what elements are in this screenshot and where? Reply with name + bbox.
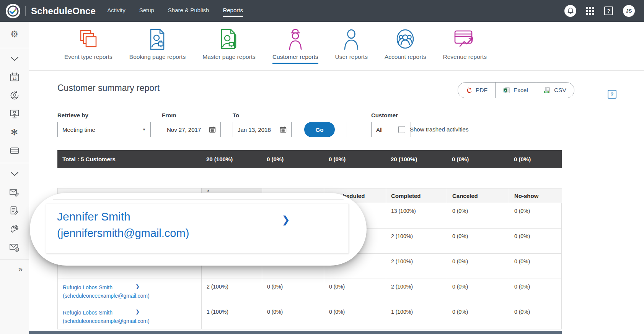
export-pdf-button[interactable]: PDF <box>458 83 495 98</box>
retrieve-by-select[interactable]: Meeting time ▼ <box>57 122 151 137</box>
dropdown-caret-icon: ▼ <box>142 128 146 131</box>
brand-name: ScheduleOnce <box>31 6 96 16</box>
user-avatar[interactable]: JS <box>623 5 635 17</box>
sidebar-section-toggle-bottom[interactable] <box>0 165 29 183</box>
grid-dot <box>592 7 594 9</box>
customer-filter-label: Customer <box>371 112 398 118</box>
to-date-input[interactable]: Jan 13, 2018 <box>233 122 292 137</box>
retrieve-by-value: Meeting time <box>62 126 95 133</box>
notifications-button[interactable] <box>564 5 576 17</box>
main-content: Event type reports Booking page reports <box>29 22 644 334</box>
sidebar-item-booking-pages[interactable] <box>0 105 29 123</box>
tab-label: Event type reports <box>64 54 112 64</box>
calendar-picker-icon <box>209 126 216 133</box>
chevron-right-icon: ❯ <box>135 309 140 315</box>
tab-label: Booking page reports <box>129 54 186 64</box>
tab-user-reports[interactable]: User reports <box>335 27 368 64</box>
calendar-icon: 12 <box>10 72 20 82</box>
tab-label: Customer reports <box>272 54 318 64</box>
cell-completed: 1 (100%) <box>386 304 447 329</box>
svg-text:@: @ <box>16 248 19 251</box>
scheduleonce-app: ScheduleOnce Activity Setup Share & Publ… <box>0 0 644 334</box>
master-page-reports-icon <box>219 27 239 50</box>
nav-item-activity[interactable]: Activity <box>107 7 126 17</box>
from-label: From <box>162 112 176 118</box>
nav-item-setup[interactable]: Setup <box>139 7 154 17</box>
magnified-customer-email: (jennifersmith@gmail.com) <box>57 226 349 240</box>
column-header-no-show[interactable]: No-show <box>509 188 562 203</box>
tab-account-reports[interactable]: Account reports <box>385 27 426 64</box>
page-title: Customer summary report <box>57 83 160 93</box>
grid-dot <box>592 10 594 12</box>
export-csv-label: CSV <box>554 87 566 94</box>
tab-customer-reports[interactable]: Customer reports <box>272 27 318 64</box>
totals-all-activities: 20 (100%) <box>201 156 262 162</box>
email-compose-icon <box>9 187 20 197</box>
pdf-icon <box>466 87 472 94</box>
magnified-customer-link[interactable]: Jennifer Smith (jennifersmith@gmail.com)… <box>46 204 349 253</box>
magnified-row-border <box>53 199 344 200</box>
cell-all-activities: 2 (100%) <box>202 279 262 304</box>
sidebar-section-toggle-top[interactable] <box>0 50 29 68</box>
horizontal-scrollbar[interactable] <box>29 331 562 334</box>
app-grid-button[interactable] <box>586 7 594 15</box>
excel-icon: X <box>503 87 510 94</box>
column-header-canceled[interactable]: Canceled <box>447 188 509 203</box>
totals-label: Total : 5 Customers <box>57 156 201 162</box>
csv-icon: CSV <box>544 87 551 94</box>
double-chevron-right-icon: » <box>18 265 23 274</box>
totals-rescheduled: 0 (0%) <box>324 156 386 162</box>
sidebar-item-themes[interactable] <box>0 220 29 238</box>
billing-card-icon <box>10 146 20 156</box>
sidebar-item-booking-forms[interactable] <box>0 201 29 220</box>
grid-dot <box>586 13 588 15</box>
cell-completed: 13 (100%) <box>386 203 447 229</box>
table-row: Refugio Lobos Smith (scheduleonceexample… <box>58 304 561 329</box>
title-divider <box>602 82 602 101</box>
customer-link[interactable]: Refugio Lobos Smith (scheduleonceexample… <box>58 304 202 329</box>
cell-completed: 2 (100%) <box>386 229 447 254</box>
sidebar-item-calendar[interactable]: 12 <box>0 68 29 86</box>
tab-event-type-reports[interactable]: Event type reports <box>64 27 112 64</box>
svg-text:12: 12 <box>13 77 16 81</box>
nav-item-share-publish[interactable]: Share & Publish <box>168 7 209 17</box>
person-sync-icon <box>10 91 20 101</box>
grid-dot <box>586 7 588 9</box>
tab-label: Master page reports <box>202 54 256 64</box>
cell-rescheduled: 0 (0%) <box>324 304 386 329</box>
cell-no-show: 0 (0%) <box>509 203 562 229</box>
grid-dot <box>589 13 591 15</box>
help-button[interactable]: ? <box>604 6 613 15</box>
email-at-icon: @ <box>9 242 20 252</box>
export-csv-button[interactable]: CSV CSV <box>536 83 574 98</box>
cell-no-show: 0 (0%) <box>509 304 562 329</box>
nav-item-reports[interactable]: Reports <box>223 7 243 17</box>
tab-master-page-reports[interactable]: Master page reports <box>202 27 256 64</box>
sidebar-item-activity-stream[interactable] <box>0 86 29 105</box>
tab-booking-page-reports[interactable]: Booking page reports <box>129 27 186 64</box>
svg-text:CSV: CSV <box>545 91 549 93</box>
sidebar-expand-button[interactable]: » <box>0 260 29 278</box>
sidebar-item-notifications-email[interactable]: @ <box>0 238 29 256</box>
sidebar-item-settings[interactable]: ⚙ <box>0 25 29 43</box>
go-button[interactable]: Go <box>304 122 335 137</box>
sidebar-item-integrations[interactable]: ✻ <box>0 123 29 141</box>
report-help-button[interactable]: ? <box>608 90 616 99</box>
sidebar-item-billing[interactable] <box>0 141 29 160</box>
cell-no-show: 0 (0%) <box>509 279 562 304</box>
cell-canceled: 0 (0%) <box>447 304 509 329</box>
from-date-input[interactable]: Nov 27, 2017 <box>162 122 221 137</box>
brand-logo[interactable]: ScheduleOnce <box>5 3 96 19</box>
sidebar-item-email-templates[interactable] <box>0 183 29 201</box>
to-date-value: Jan 13, 2018 <box>238 126 271 133</box>
customer-link[interactable]: Rufugio Lobos Smith (scheduleonceexample… <box>58 279 202 304</box>
top-bar-actions: ? JS <box>564 5 635 17</box>
tab-revenue-reports[interactable]: Revenue reports <box>443 27 487 64</box>
export-excel-button[interactable]: X Excel <box>495 83 536 98</box>
show-trashed-checkbox[interactable] <box>398 126 405 133</box>
report-tabs-row: Event type reports Booking page reports <box>29 22 644 71</box>
brand-divider <box>25 6 26 16</box>
column-header-completed[interactable]: Completed <box>386 188 447 203</box>
cell-all-activities: 1 (100%) <box>202 304 262 329</box>
chevron-right-icon: ❯ <box>282 214 290 226</box>
